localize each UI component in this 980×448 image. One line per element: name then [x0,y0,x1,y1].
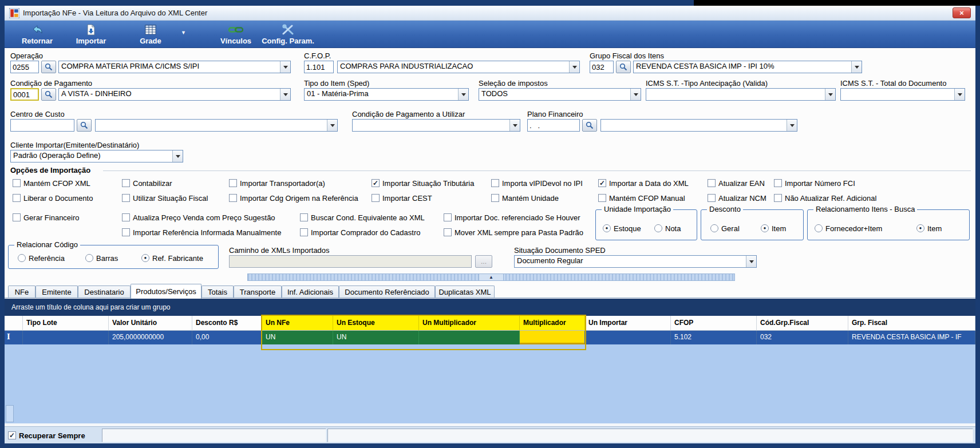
close-button[interactable]: × [953,7,971,18]
panel-splitter[interactable]: ▲ [247,273,735,281]
checkbox-importar-cest[interactable]: Importar CEST [372,193,432,203]
vinculos-button[interactable]: Vínculos [211,22,261,47]
grupo-fiscal-code-input[interactable] [590,61,614,73]
cell-multiplicador-focused[interactable] [520,331,585,344]
cfop-code-input[interactable] [304,61,334,73]
radio-relacionar-referencia[interactable]: Referência [18,253,65,263]
dropdown-arrow-icon[interactable] [825,89,835,100]
column-header-un-estoque[interactable]: Un Estoque [333,316,419,331]
cell-un-multiplicador[interactable] [419,331,520,344]
dropdown-arrow-icon[interactable] [630,89,641,100]
radio-relacionamento-item[interactable]: ●Item [916,224,942,233]
checkbox-atualizar-ncm[interactable]: Atualizar NCM [708,193,766,203]
dropdown-arrow-icon[interactable] [458,89,468,100]
cliente-importar-combo[interactable]: Padrão (Operação Define) [10,150,183,162]
checkbox-importar-referencia-manual[interactable]: Importar Referência Informada Manualment… [122,228,281,237]
plano-financeiro-search-button[interactable] [582,119,597,132]
cell-un-estoque[interactable]: UN [333,331,419,344]
column-header-un-nfe[interactable]: Un NFe [262,316,333,331]
operacao-code-input[interactable] [10,61,39,73]
centro-custo-input[interactable] [10,119,74,132]
centro-custo-combo[interactable] [95,119,338,132]
tab-destinatario[interactable]: Destinatario [78,286,131,298]
dropdown-arrow-icon[interactable] [787,120,797,131]
radio-relacionar-barras[interactable]: Barras [85,253,118,263]
dropdown-arrow-icon[interactable] [569,61,579,73]
grid-group-by-bar[interactable]: Arraste um título de coluna aqui para cr… [5,299,975,316]
checkbox-mantem-unidade[interactable]: Mantém Unidade [491,193,559,203]
retornar-button[interactable]: Retornar [13,22,62,47]
tab-nfe[interactable]: NFe [8,286,35,298]
radio-desconto-item[interactable]: ●Item [761,224,786,233]
grid-empty-area[interactable] [5,344,975,423]
column-header-multiplicador[interactable]: Multiplicador [520,316,585,331]
checkbox-importar-comprador[interactable]: Importar Comprador do Cadastro [300,228,420,237]
condicao-pagamento-code-input[interactable] [10,88,39,101]
column-header-grp-fiscal[interactable]: Grp. Fiscal [848,316,975,331]
dropdown-arrow-icon[interactable] [172,150,183,162]
cell-cfop[interactable]: 5.102 [671,331,757,344]
grade-button[interactable]: Grade [126,22,175,47]
operacao-combo[interactable]: COMPRA MATERIA PRIMA C/ICMS S/IPI [58,61,291,73]
checkbox-importar-transportador[interactable]: Importar Transportador(a) [229,179,325,188]
icms-st-total-combo[interactable] [840,88,965,101]
column-header-desconto[interactable]: Desconto R$ [192,316,262,331]
dropdown-arrow-icon[interactable] [954,89,965,100]
condicao-pagamento-utilizar-combo[interactable] [352,119,520,132]
column-header-cod-grp-fiscal[interactable]: Cód.Grp.Fiscal [757,316,848,331]
radio-relacionamento-fornecedor-item[interactable]: Fornecedor+Item [815,224,882,233]
caminho-xmls-browse-button[interactable]: ... [475,255,492,268]
checkbox-importar-cdg-origem[interactable]: Importar Cdg Origem na Referência [229,193,358,203]
tipo-item-combo[interactable]: 01 - Matéria-Prima [304,88,469,101]
checkbox-importar-numero-fci[interactable]: Importar Número FCI [774,179,855,188]
grupo-fiscal-search-button[interactable] [616,61,631,73]
tab-totais[interactable]: Totais [201,286,234,298]
operacao-search-button[interactable] [41,61,56,73]
checkbox-recuperar-sempre[interactable]: ✓Recuperar Sempre [8,431,85,440]
grid-scrollbar-thumb[interactable] [6,405,14,422]
grupo-fiscal-combo[interactable]: REVENDA CESTA BASICA IMP - IPI 10% [633,61,862,73]
dropdown-arrow-icon[interactable] [851,61,862,73]
cell-valor-unitario[interactable]: 205,0000000000 [109,331,192,344]
tab-emitente[interactable]: Emitente [35,286,78,298]
cell-cod-grp-fiscal[interactable]: 032 [757,331,848,344]
cell-un-nfe[interactable]: UN [262,331,333,344]
checkbox-buscar-cond-equivalente[interactable]: Buscar Cond. Equivalente ao XML [300,213,425,222]
checkbox-atualiza-preco-venda[interactable]: Atualiza Preço Venda com Preço Sugestão [122,213,275,222]
cell-tipo-lote[interactable] [23,331,109,344]
column-header-cfop[interactable]: CFOP [671,316,757,331]
tab-documento-referenciado[interactable]: Documento Referênciado [339,286,435,298]
dropdown-arrow-icon[interactable] [746,256,756,267]
checkbox-importar-doc-referenciado[interactable]: Importar Doc. referenciado Se Houver [444,213,580,222]
dropdown-arrow-icon[interactable] [280,89,290,100]
checkbox-mantem-cfop-xml[interactable]: Mantém CFOP XML [13,179,90,188]
cell-desconto[interactable]: 0,00 [192,331,262,344]
column-header-tipo-lote[interactable]: Tipo Lote [23,316,109,331]
importar-button[interactable]: Importar [65,22,117,47]
situacao-sped-combo[interactable]: Documento Regular [514,255,757,268]
condicao-pagamento-combo[interactable]: A VISTA - DINHEIRO [58,88,291,101]
dropdown-arrow-icon[interactable] [327,120,337,131]
tab-inf-adicionais[interactable]: Inf. Adicionais [282,286,339,298]
titlebar[interactable]: Importação NFe - Via Leitura do Arquivo … [5,6,975,21]
checkbox-nao-atualizar-ref[interactable]: Não Atualizar Ref. Adicional [774,193,876,203]
checkbox-atualizar-ean[interactable]: Atualizar EAN [708,179,765,188]
splitter-collapse-button[interactable]: ▲ [479,273,504,281]
checkbox-mantem-cfop-manual[interactable]: Mantém CFOP Manual [598,193,685,203]
cell-un-importar[interactable] [585,331,671,344]
checkbox-contabilizar[interactable]: Contabilizar [122,179,172,188]
selecao-impostos-combo[interactable]: TODOS [479,88,641,101]
config-param-button[interactable]: Config. Param. [256,22,319,47]
checkbox-liberar-documento[interactable]: Liberar o Documento [13,193,93,203]
tab-transporte[interactable]: Transporte [234,286,282,298]
column-header-valor-unitario[interactable]: Valor Unitário [109,316,192,331]
radio-desconto-geral[interactable]: Geral [710,224,740,233]
plano-financeiro-combo[interactable] [600,119,797,132]
dropdown-arrow-icon[interactable] [280,61,290,73]
icms-st-tipo-combo[interactable] [646,88,836,101]
checkbox-gerar-financeiro[interactable]: Gerar Financeiro [13,213,80,222]
column-header-un-importar[interactable]: Un Importar [585,316,671,331]
plano-financeiro-input[interactable] [527,119,580,132]
checkbox-importar-data-xml[interactable]: ✓Importar a Data do XML [598,179,689,188]
grade-dropdown-button[interactable]: ▼ [181,30,186,35]
